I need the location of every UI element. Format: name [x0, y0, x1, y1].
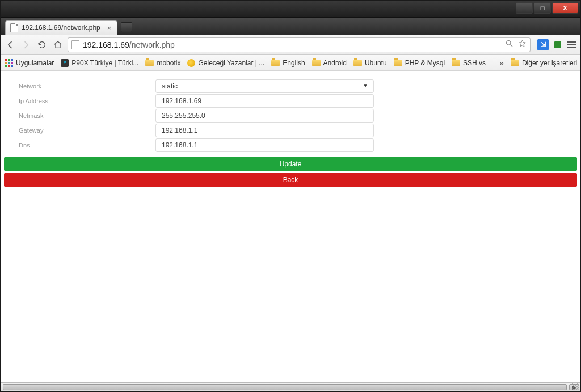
window-close-button[interactable]: X: [552, 2, 578, 14]
new-tab-button[interactable]: [121, 22, 132, 32]
folder-icon: [394, 60, 402, 66]
window-titlebar: — □ X: [1, 1, 580, 18]
back-button[interactable]: [5, 40, 15, 50]
bookmark-star-icon[interactable]: [518, 39, 527, 50]
tab-title: 192.168.1.69/network.php: [22, 24, 100, 32]
folder-icon: [312, 60, 321, 66]
browser-tab[interactable]: 192.168.1.69/network.php ×: [5, 20, 117, 35]
network-label: Network: [11, 83, 155, 90]
bookmark-folder-other[interactable]: Diğer yer işaretleri: [511, 59, 577, 67]
browser-toolbar: 192.168.1.69/network.php ⇲: [1, 35, 580, 55]
back-button-form[interactable]: Back: [4, 173, 577, 187]
gateway-label: Gateway: [11, 127, 155, 134]
scrollbar-thumb[interactable]: [3, 384, 567, 390]
svg-line-1: [510, 44, 512, 47]
bookmark-folder-ubuntu[interactable]: Ubuntu: [353, 59, 387, 67]
bookmark-label: English: [283, 59, 305, 67]
minimize-icon: —: [521, 5, 528, 11]
browser-menu-button[interactable]: [567, 41, 576, 48]
network-form: Network static Ip Address Netmask Gatewa…: [1, 71, 580, 153]
bookmark-label: PHP & Mysql: [405, 59, 445, 67]
site-favicon: [187, 59, 195, 67]
bookmark-label: SSH vs: [463, 59, 486, 67]
bookmark-label: Diğer yer işaretleri: [522, 59, 577, 67]
search-icon[interactable]: [505, 39, 513, 50]
bookmark-label: Uygulamalar: [16, 59, 54, 67]
folder-icon: [511, 60, 519, 66]
horizontal-scrollbar[interactable]: ▶: [1, 382, 580, 391]
close-icon: X: [563, 5, 567, 11]
status-indicator-icon[interactable]: [554, 41, 561, 48]
browser-tab-strip: 192.168.1.69/network.php ×: [1, 18, 580, 35]
bookmark-p90x[interactable]: P P90X Türkiye | Türki...: [61, 59, 138, 67]
netmask-label: Netmask: [11, 112, 155, 119]
url-host: 192.168.1.69: [83, 40, 129, 49]
update-button[interactable]: Update: [4, 157, 577, 171]
apps-grid-icon: [5, 59, 13, 67]
site-icon: [71, 40, 79, 49]
bookmark-label: P90X Türkiye | Türki...: [71, 59, 138, 67]
bookmarks-apps[interactable]: Uygulamalar: [5, 59, 54, 67]
gateway-input[interactable]: [155, 124, 374, 137]
folder-icon: [271, 60, 280, 66]
window-minimize-button[interactable]: —: [516, 2, 533, 14]
address-bar[interactable]: 192.168.1.69/network.php: [68, 37, 531, 52]
ip-address-input[interactable]: [155, 94, 374, 108]
network-mode-select[interactable]: static: [155, 79, 374, 93]
dns-input[interactable]: [155, 138, 374, 152]
url-text: 192.168.1.69/network.php: [83, 40, 502, 49]
browser-extension-icon[interactable]: ⇲: [537, 39, 549, 50]
bookmark-label: Android: [323, 59, 347, 67]
window-resize-grip[interactable]: [572, 383, 579, 390]
bookmarks-bar: Uygulamalar P P90X Türkiye | Türki... mo…: [1, 55, 580, 71]
bookmark-folder-php[interactable]: PHP & Mysql: [394, 59, 445, 67]
bookmark-label: Ubuntu: [365, 59, 387, 67]
folder-icon: [452, 60, 460, 66]
dns-label: Dns: [11, 142, 155, 149]
home-button[interactable]: [53, 40, 63, 50]
site-favicon: P: [61, 59, 69, 67]
netmask-input[interactable]: [155, 109, 374, 123]
page-content: Network static Ip Address Netmask Gatewa…: [1, 71, 580, 382]
bookmark-gelecegi[interactable]: Geleceği Yazanlar | ...: [187, 59, 264, 67]
tab-close-icon[interactable]: ×: [107, 24, 112, 32]
bookmark-label: Geleceği Yazanlar | ...: [198, 59, 264, 67]
bookmark-folder-android[interactable]: Android: [312, 59, 347, 67]
bookmark-folder-english[interactable]: English: [271, 59, 305, 67]
maximize-icon: □: [541, 5, 545, 11]
bookmark-label: mobotix: [157, 59, 180, 67]
page-icon: [10, 23, 18, 32]
url-path: /network.php: [129, 40, 175, 49]
folder-icon: [145, 60, 154, 66]
folder-icon: [353, 60, 362, 66]
reload-button[interactable]: [37, 40, 47, 50]
svg-point-0: [507, 41, 511, 45]
ip-address-label: Ip Address: [11, 98, 155, 104]
bookmarks-overflow-button[interactable]: »: [499, 58, 504, 68]
window-maximize-button[interactable]: □: [534, 2, 551, 14]
bookmark-folder-ssh[interactable]: SSH vs: [452, 59, 486, 67]
forward-button[interactable]: [21, 40, 31, 50]
bookmark-folder-mobotix[interactable]: mobotix: [145, 59, 180, 67]
